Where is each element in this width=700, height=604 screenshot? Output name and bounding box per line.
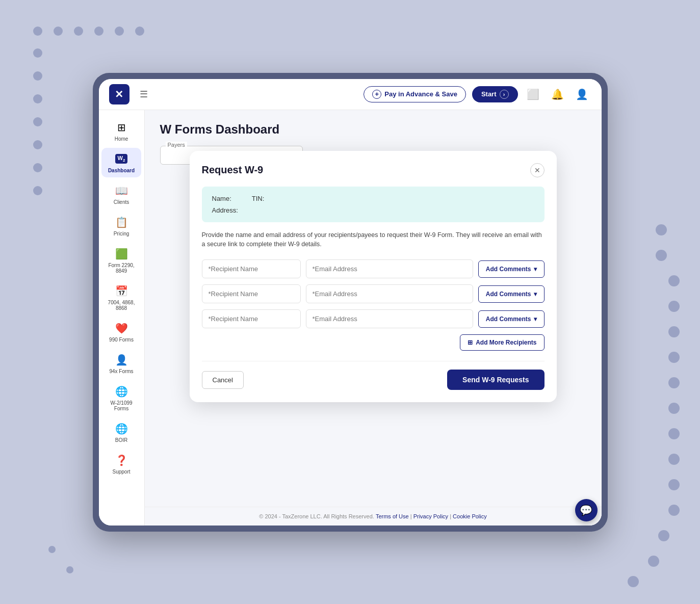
cookie-link[interactable]: Cookie Policy — [453, 513, 487, 519]
app-logo[interactable]: ✕ — [109, 84, 129, 104]
start-button[interactable]: Start › — [472, 86, 518, 102]
comments-chevron-icon-3: ▾ — [534, 316, 537, 323]
add-comments-button-1[interactable]: Add Comments ▾ — [478, 260, 545, 278]
boir-icon: 🌐 — [114, 422, 128, 436]
info-box: Name: TIN: Address: — [202, 187, 545, 222]
form990-icon: ❤️ — [114, 321, 128, 335]
modal-description: Provide the name and email address of yo… — [202, 230, 545, 250]
request-w9-modal: Request W-9 ✕ Name: — [190, 151, 557, 403]
recipient-row-2: Add Comments ▾ — [202, 284, 545, 303]
content-area: ⊞ Home W2 Dashboard 📖 Clients 📋 Pricing — [99, 110, 602, 526]
start-arrow-icon: › — [500, 90, 509, 99]
terms-link[interactable]: Terms of Use — [376, 513, 409, 519]
payers-label: Payers — [166, 142, 187, 148]
support-icon: ❓ — [114, 453, 128, 467]
modal-close-button[interactable]: ✕ — [530, 163, 545, 177]
comments-chevron-icon-2: ▾ — [534, 291, 537, 298]
hamburger-menu[interactable]: ☰ — [140, 89, 148, 100]
add-more-row: ⊞ Add More Recipients — [202, 334, 545, 351]
sidebar-item-formw2[interactable]: 🌐 W-2/1099 Forms — [101, 380, 141, 415]
pricing-icon: 📋 — [114, 215, 128, 229]
chat-bubble-button[interactable]: 💬 — [575, 499, 598, 521]
inner-card: ✕ ☰ + Pay in Advance & Save Start › ⬜ 🔔 … — [99, 79, 602, 526]
info-row-address: Address: — [212, 206, 534, 214]
navbar: ✕ ☰ + Pay in Advance & Save Start › ⬜ 🔔 … — [99, 79, 602, 110]
comments-chevron-icon-1: ▾ — [534, 266, 537, 273]
sidebar-item-support[interactable]: ❓ Support — [101, 449, 141, 479]
cancel-button[interactable]: Cancel — [202, 371, 244, 389]
bell-icon[interactable]: 🔔 — [549, 85, 567, 103]
sidebar-item-pricing[interactable]: 📋 Pricing — [101, 211, 141, 241]
sidebar-item-form94x[interactable]: 👤 94x Forms — [101, 349, 141, 378]
sidebar-item-clients[interactable]: 📖 Clients — [101, 179, 141, 209]
add-more-recipients-button[interactable]: ⊞ Add More Recipients — [460, 334, 544, 351]
sidebar-item-form2290[interactable]: 🟩 Form 2290, 8849 — [101, 243, 141, 278]
form7004-icon: 📅 — [114, 284, 128, 298]
name-label: Name: — [212, 195, 231, 202]
modal-footer: Cancel Send W-9 Requests — [202, 361, 545, 390]
recipient-email-input-3[interactable] — [306, 309, 473, 328]
recipient-email-input-2[interactable] — [306, 284, 473, 303]
sidebar-item-home[interactable]: ⊞ Home — [101, 116, 141, 146]
page-title: W Forms Dashboard — [160, 122, 586, 137]
tin-label: TIN: — [252, 195, 265, 202]
sidebar-item-dashboard[interactable]: W2 Dashboard — [101, 148, 141, 177]
send-w9-requests-button[interactable]: Send W-9 Requests — [447, 370, 544, 390]
user-icon[interactable]: 👤 — [573, 85, 591, 103]
footer-content: © 2024 - TaxZerone LLC. All Rights Reser… — [145, 507, 602, 526]
add-comments-button-2[interactable]: Add Comments ▾ — [478, 285, 545, 303]
sidebar: ⊞ Home W2 Dashboard 📖 Clients 📋 Pricing — [99, 110, 145, 526]
recipient-name-input-1[interactable] — [202, 259, 301, 278]
main-card: ✕ ☰ + Pay in Advance & Save Start › ⬜ 🔔 … — [93, 73, 608, 532]
form2290-icon: 🟩 — [114, 247, 128, 261]
modal-header: Request W-9 ✕ — [202, 163, 545, 177]
info-row-name-tin: Name: TIN: — [212, 195, 534, 202]
add-more-icon: ⊞ — [468, 339, 473, 346]
dashboard-icon: W2 — [114, 152, 128, 166]
page-footer: © 2024 - TaxZerone LLC. All Rights Reser… — [145, 507, 602, 526]
recipient-name-input-2[interactable] — [202, 284, 301, 303]
form94x-icon: 👤 — [114, 353, 128, 367]
pay-advance-plus-icon: + — [372, 90, 381, 99]
account-icon[interactable]: ⬜ — [524, 85, 542, 103]
recipient-email-input-1[interactable] — [306, 259, 473, 278]
home-icon: ⊞ — [114, 120, 128, 135]
sidebar-item-form7004[interactable]: 📅 7004, 4868, 8868 — [101, 280, 141, 315]
pay-advance-button[interactable]: + Pay in Advance & Save — [364, 86, 466, 102]
recipient-row-3: Add Comments ▾ — [202, 309, 545, 328]
address-label: Address: — [212, 206, 238, 214]
sidebar-item-form990[interactable]: ❤️ 990 Forms — [101, 317, 141, 347]
recipient-row-1: Add Comments ▾ — [202, 259, 545, 278]
sidebar-item-boir[interactable]: 🌐 BOIR — [101, 417, 141, 447]
modal-title: Request W-9 — [202, 164, 264, 176]
clients-icon: 📖 — [114, 183, 128, 198]
formw2-icon: 🌐 — [114, 384, 128, 399]
page-content: W Forms Dashboard Payers ▾ Request W-9 — [145, 110, 602, 526]
recipient-name-input-3[interactable] — [202, 309, 301, 328]
add-comments-button-3[interactable]: Add Comments ▾ — [478, 310, 545, 328]
privacy-link[interactable]: Privacy Policy — [413, 513, 448, 519]
